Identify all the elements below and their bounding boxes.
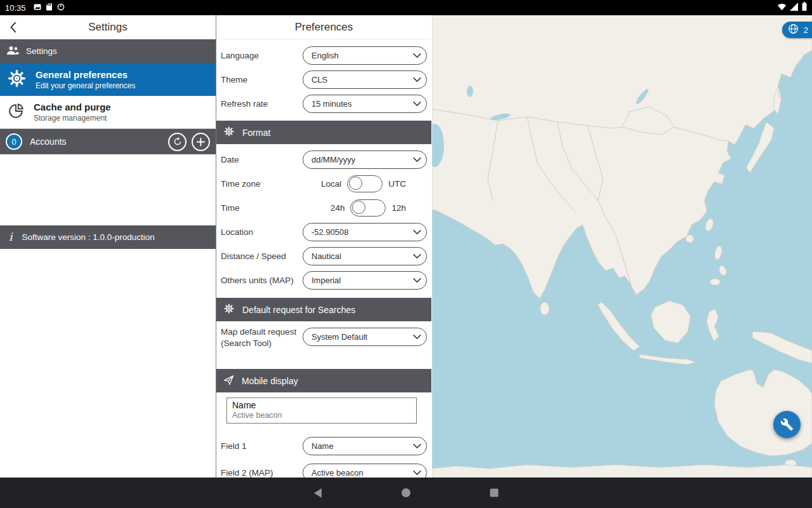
refresh-rate-value: 15 minutes xyxy=(311,99,352,109)
timezone-toggle[interactable] xyxy=(347,175,383,192)
other-units-row: Others units (MAP) Imperial xyxy=(216,268,431,292)
other-units-value: Imperial xyxy=(311,276,341,285)
gear-icon xyxy=(223,303,235,316)
map-default-request-label: Map default request (Search Tool) xyxy=(221,326,301,349)
field1-label: Field 1 xyxy=(221,441,247,451)
distance-speed-row: Distance / Speed Nautical xyxy=(216,244,431,268)
nav-home-icon xyxy=(401,488,411,498)
refresh-rate-select[interactable]: 15 minutes xyxy=(303,95,427,113)
wifi-icon xyxy=(777,2,787,13)
storage-pie-icon xyxy=(6,102,25,123)
theme-select[interactable]: CLS xyxy=(303,70,427,89)
info-icon: i xyxy=(9,232,12,243)
map-badge-count: 2 xyxy=(803,25,808,35)
chevron-down-icon xyxy=(412,441,422,451)
toggle-knob xyxy=(349,177,362,190)
chevron-down-icon xyxy=(412,275,422,286)
preview-subtitle: Active beacon xyxy=(232,411,411,420)
map-default-request-row: Map default request (Search Tool) System… xyxy=(216,321,431,369)
language-label: Language xyxy=(221,51,259,60)
preferences-panel-header: Preferences xyxy=(216,15,431,39)
field2-select[interactable]: Active beacon xyxy=(303,464,427,478)
field1-row: Field 1 Name xyxy=(216,434,431,458)
plus-icon xyxy=(196,137,206,147)
language-value: English xyxy=(311,51,339,60)
software-version-bar: i Software version : 1.0.0-production xyxy=(0,225,216,249)
back-button[interactable] xyxy=(5,19,23,36)
gear-icon xyxy=(223,126,235,139)
theme-value: CLS xyxy=(311,75,327,84)
settings-section-label: Settings xyxy=(26,46,57,56)
location-format-value: -52.90508 xyxy=(311,227,349,237)
time-format-toggle[interactable] xyxy=(350,199,386,217)
preferences-panel-title: Preferences xyxy=(295,21,353,34)
chevron-down-icon xyxy=(412,98,422,109)
nav-recents-icon xyxy=(490,488,499,497)
sdcard-icon xyxy=(46,2,53,13)
time-24h-label: 24h xyxy=(331,203,345,213)
wrench-icon xyxy=(780,418,794,431)
accounts-section-header[interactable]: 0 Accounts xyxy=(0,129,216,154)
cellular-signal-icon xyxy=(790,2,799,13)
date-label: Date xyxy=(221,155,239,164)
android-nav-bar xyxy=(0,478,812,508)
preferences-panel: Preferences Language English Theme CLS R… xyxy=(216,15,431,478)
globe-icon xyxy=(788,23,799,37)
status-system-icons xyxy=(777,2,807,13)
general-preferences-subtitle: Edit your general preferences xyxy=(36,81,135,90)
refresh-accounts-button[interactable] xyxy=(168,133,187,151)
add-account-button[interactable] xyxy=(192,133,210,151)
distance-speed-select[interactable]: Nautical xyxy=(303,247,427,265)
settings-panel-header: Settings xyxy=(0,15,216,39)
time-format-row: Time 24h 12h xyxy=(216,196,431,220)
map-layer-badge[interactable]: 2 xyxy=(782,22,812,38)
map-tools-fab[interactable] xyxy=(773,411,801,438)
settings-panel-title: Settings xyxy=(88,21,127,34)
status-notification-icons xyxy=(34,2,65,13)
toggle-knob xyxy=(352,201,365,214)
cache-and-purge-subtitle: Storage management xyxy=(34,114,111,123)
chevron-down-icon xyxy=(412,74,422,85)
distance-speed-value: Nautical xyxy=(311,251,341,261)
settings-section-header: Settings xyxy=(0,39,216,63)
accounts-count-badge: 0 xyxy=(6,133,22,150)
nav-back-button[interactable] xyxy=(310,485,326,501)
chevron-down-icon xyxy=(412,154,422,165)
chevron-down-icon xyxy=(412,227,422,237)
nav-home-button[interactable] xyxy=(398,485,414,501)
map-default-request-value: System Default xyxy=(311,332,367,342)
chevron-down-icon xyxy=(412,467,422,478)
accounts-label: Accounts xyxy=(30,137,67,147)
default-request-section-header: Default request for Searches xyxy=(216,298,431,321)
other-units-select[interactable]: Imperial xyxy=(303,271,427,290)
field2-row: Field 2 (MAP) Active beacon xyxy=(216,460,431,478)
sidebar-item-cache-and-purge[interactable]: Cache and purge Storage management xyxy=(0,96,216,129)
mobile-display-section-header: Mobile display xyxy=(216,369,431,392)
refresh-rate-row: Refresh rate 15 minutes xyxy=(216,91,431,116)
sidebar-item-general-preferences[interactable]: General preferences Edit your general pr… xyxy=(0,63,216,96)
general-preferences-title: General preferences xyxy=(36,69,135,80)
screenshot-icon xyxy=(34,2,41,13)
refresh-rate-label: Refresh rate xyxy=(221,99,268,109)
language-row: Language English xyxy=(216,43,431,67)
map-canvas[interactable]: 2 xyxy=(432,15,812,478)
chevron-down-icon xyxy=(412,251,422,262)
timezone-label: Time zone xyxy=(221,179,261,189)
people-icon xyxy=(6,46,19,57)
gear-icon xyxy=(6,68,27,91)
map-default-request-select[interactable]: System Default xyxy=(303,328,427,346)
data-saver-icon xyxy=(57,2,65,13)
field1-value: Name xyxy=(311,441,334,451)
world-map xyxy=(432,15,812,478)
status-time: 10:35 xyxy=(5,3,26,13)
nav-recents-button[interactable] xyxy=(486,485,502,501)
format-section-label: Format xyxy=(242,128,270,138)
other-units-label: Others units (MAP) xyxy=(221,276,294,285)
nav-back-icon xyxy=(313,488,323,498)
format-section-header: Format xyxy=(216,121,431,144)
location-format-select[interactable]: -52.90508 xyxy=(303,223,427,241)
language-select[interactable]: English xyxy=(303,46,427,65)
date-format-select[interactable]: dd/MM/yyyy xyxy=(303,150,427,169)
mobile-display-section-label: Mobile display xyxy=(242,376,298,386)
field1-select[interactable]: Name xyxy=(303,437,427,455)
